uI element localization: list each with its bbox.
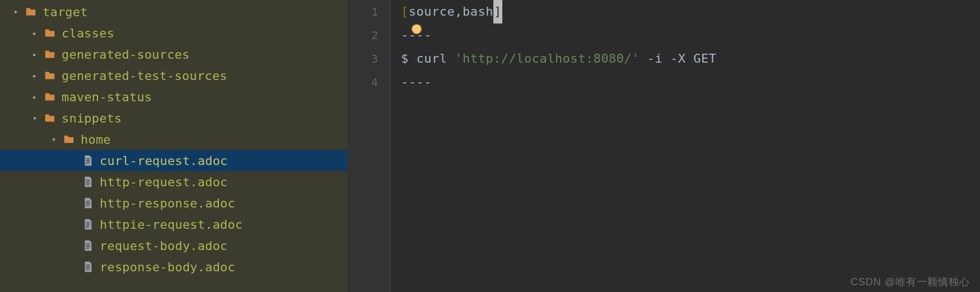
folder-icon — [44, 91, 56, 103]
file-icon — [82, 176, 94, 188]
tree-item-label: classes — [62, 26, 114, 40]
file-icon — [82, 218, 94, 230]
tree-folder[interactable]: ▾target — [0, 1, 347, 22]
code-text: ---- — [401, 75, 432, 89]
tree-file[interactable]: response-body.adoc — [0, 256, 347, 277]
tree-file[interactable]: http-request.adoc — [0, 171, 347, 192]
gutter-line-number: 3 — [347, 47, 390, 70]
file-icon — [82, 239, 94, 252]
tree-file[interactable]: httpie-request.adoc — [0, 214, 347, 235]
tree-folder[interactable]: ▸classes — [0, 22, 347, 44]
tree-folder[interactable]: ▾home — [0, 129, 347, 150]
code-line: ---- — [401, 23, 980, 47]
tree-item-label: http-request.adoc — [100, 175, 228, 189]
tree-item-label: response-body.adoc — [100, 260, 235, 274]
tree-item-label: target — [43, 5, 88, 19]
gutter-line-number: 4 — [347, 70, 390, 94]
chevron-down-icon[interactable]: ▾ — [48, 135, 59, 144]
bracket-open: [ — [401, 4, 409, 18]
tree-item-label: snippets — [62, 111, 122, 125]
tree-item-label: httpie-request.adoc — [100, 218, 242, 232]
tree-file[interactable]: http-response.adoc — [0, 192, 347, 214]
code-string: 'http://localhost:8080/' — [455, 51, 640, 65]
file-icon — [82, 197, 94, 209]
chevron-right-icon[interactable]: ▸ — [29, 71, 40, 80]
tree-item-label: curl-request.adoc — [100, 154, 228, 168]
bracket-close-caret: ] — [493, 0, 502, 23]
tree-item-label: home — [81, 133, 111, 147]
code-line: $ curl 'http://localhost:8080/' -i -X GE… — [401, 47, 980, 70]
chevron-right-icon[interactable]: ▸ — [29, 92, 40, 101]
folder-icon — [44, 69, 56, 82]
editor-area: 1 2 3 4 [source,bash] ---- $ curl 'http:… — [347, 0, 980, 292]
tree-folder[interactable]: ▾snippets — [0, 107, 347, 129]
tree-folder[interactable]: ▸maven-status — [0, 86, 347, 107]
editor-gutter: 1 2 3 4 — [347, 0, 391, 292]
folder-icon — [25, 6, 37, 18]
project-tree: ▾target▸classes▸generated-sources▸genera… — [0, 0, 347, 292]
folder-icon — [63, 133, 75, 145]
folder-icon — [44, 48, 56, 60]
file-icon — [82, 154, 94, 167]
folder-icon — [44, 27, 56, 39]
chevron-right-icon[interactable]: ▸ — [29, 29, 40, 37]
lightbulb-icon[interactable] — [412, 25, 421, 34]
code-line: [source,bash] — [401, 0, 980, 23]
tree-folder[interactable]: ▸generated-sources — [0, 44, 347, 65]
file-icon — [82, 261, 94, 273]
gutter-line-number: 1 — [347, 0, 390, 23]
chevron-down-icon[interactable]: ▾ — [29, 114, 40, 123]
tree-item-label: http-response.adoc — [100, 196, 235, 210]
code-text: $ curl — [401, 51, 455, 65]
tree-item-label: generated-test-sources — [62, 69, 227, 83]
gutter-line-number: 2 — [347, 23, 390, 47]
code-text: source,bash — [409, 4, 493, 18]
tree-item-label: request-body.adoc — [100, 239, 228, 253]
code-line: ---- — [401, 70, 980, 94]
tree-file[interactable]: curl-request.adoc — [0, 150, 347, 171]
editor-content[interactable]: [source,bash] ---- $ curl 'http://localh… — [391, 0, 980, 292]
watermark-text: CSDN @唯有一颗慎独心 — [851, 275, 970, 289]
folder-icon — [44, 112, 56, 124]
tree-item-label: generated-sources — [62, 48, 190, 62]
tree-item-label: maven-status — [62, 90, 152, 104]
tree-file[interactable]: request-body.adoc — [0, 235, 347, 256]
code-text: -i -X GET — [640, 51, 716, 65]
chevron-right-icon[interactable]: ▸ — [29, 50, 40, 59]
tree-folder[interactable]: ▸generated-test-sources — [0, 65, 347, 86]
chevron-down-icon[interactable]: ▾ — [10, 7, 21, 16]
